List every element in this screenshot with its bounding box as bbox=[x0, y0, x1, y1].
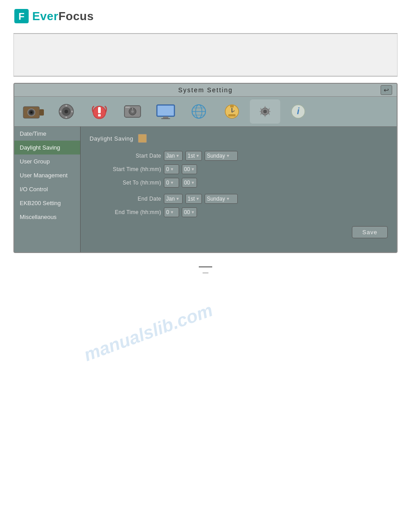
alarm-toolbar-icon[interactable] bbox=[84, 99, 115, 124]
start-date-month-value: Jan bbox=[166, 153, 175, 159]
end-date-month-dropdown[interactable]: Jan ▼ bbox=[164, 194, 183, 204]
svg-rect-16 bbox=[98, 114, 101, 116]
set-to-minute-arrow: ▼ bbox=[191, 180, 195, 185]
end-date-day-value: 1st bbox=[188, 196, 195, 202]
start-date-weekday-arrow: ▼ bbox=[226, 154, 230, 158]
sidebar-item-misc[interactable]: Miscellaneous bbox=[14, 210, 80, 224]
set-to-minute-value: 00 bbox=[184, 180, 190, 186]
system-setting-panel: System Setting ↩ i bbox=[13, 83, 398, 253]
svg-point-19 bbox=[131, 110, 134, 113]
start-date-day-dropdown[interactable]: 1st ▼ bbox=[185, 151, 202, 161]
start-time-hour-dropdown[interactable]: 0 ▼ bbox=[164, 164, 179, 174]
start-time-label: Start Time (hh:mm) bbox=[90, 166, 161, 172]
start-date-weekday-dropdown[interactable]: Sunday ▼ bbox=[205, 151, 238, 161]
start-time-hour-arrow: ▼ bbox=[170, 167, 174, 172]
start-time-minute-value: 00 bbox=[184, 166, 190, 172]
set-to-hour-value: 0 bbox=[166, 180, 169, 186]
svg-rect-3 bbox=[39, 109, 44, 116]
end-date-row: End Date Jan ▼ 1st ▼ Sunday ▼ bbox=[90, 194, 388, 204]
start-date-month-arrow: ▼ bbox=[176, 154, 180, 158]
banner-area bbox=[13, 34, 398, 76]
svg-rect-35 bbox=[228, 114, 235, 116]
start-time-minute-dropdown[interactable]: 00 ▼ bbox=[182, 164, 197, 174]
daylight-saving-label: Daylight Saving bbox=[90, 135, 133, 142]
svg-rect-23 bbox=[158, 106, 174, 116]
end-date-month-value: Jan bbox=[166, 196, 175, 202]
end-date-month-arrow: ▼ bbox=[176, 197, 180, 201]
end-time-row: End Time (hh:mm) 0 ▼ 00 ▼ bbox=[90, 207, 388, 217]
svg-text:i: i bbox=[297, 106, 300, 116]
start-date-label: Start Date bbox=[90, 153, 161, 159]
svg-point-13 bbox=[71, 111, 73, 112]
svg-rect-32 bbox=[230, 105, 234, 107]
sidebar: Date/Time Daylight Saving User Group Use… bbox=[14, 127, 81, 252]
logo-brand: Ever bbox=[32, 9, 58, 23]
start-date-section: Start Date Jan ▼ 1st ▼ Sunday ▼ St bbox=[90, 151, 388, 188]
set-to-hour-dropdown[interactable]: 0 ▼ bbox=[164, 178, 179, 188]
end-time-hour-value: 0 bbox=[166, 209, 169, 215]
monitor-toolbar-icon[interactable] bbox=[150, 99, 181, 124]
end-date-day-dropdown[interactable]: 1st ▼ bbox=[185, 194, 202, 204]
end-date-weekday-value: Sunday bbox=[207, 196, 225, 202]
icon-toolbar: i bbox=[14, 97, 397, 127]
start-time-minute-arrow: ▼ bbox=[191, 167, 195, 172]
set-to-row: Set To (hh:mm) 0 ▼ 00 ▼ bbox=[90, 178, 388, 188]
end-time-minute-arrow: ▼ bbox=[191, 210, 195, 215]
daylight-saving-toggle-row: Daylight Saving bbox=[90, 134, 388, 143]
svg-text:F: F bbox=[18, 11, 24, 22]
recording-toolbar-icon[interactable] bbox=[51, 99, 81, 124]
start-date-weekday-value: Sunday bbox=[207, 153, 225, 159]
back-button[interactable]: ↩ bbox=[381, 85, 392, 95]
clock-toolbar-icon[interactable] bbox=[217, 99, 247, 124]
camera-toolbar-icon[interactable] bbox=[18, 99, 48, 124]
save-button[interactable]: Save bbox=[352, 226, 388, 238]
content-area: Daylight Saving Start Date Jan ▼ 1st ▼ bbox=[81, 127, 397, 252]
end-time-hour-dropdown[interactable]: 0 ▼ bbox=[164, 207, 179, 217]
end-time-hour-arrow: ▼ bbox=[170, 210, 174, 215]
svg-point-12 bbox=[60, 111, 61, 112]
sidebar-item-usermgmt[interactable]: User Management bbox=[14, 168, 80, 182]
page-line bbox=[199, 266, 212, 267]
network-toolbar-icon[interactable] bbox=[184, 99, 214, 124]
sidebar-item-usergroup[interactable]: User Group bbox=[14, 154, 80, 168]
start-date-month-dropdown[interactable]: Jan ▼ bbox=[164, 151, 183, 161]
sidebar-item-datetime[interactable]: Date/Time bbox=[14, 127, 80, 141]
end-date-weekday-dropdown[interactable]: Sunday ▼ bbox=[205, 194, 238, 204]
end-date-day-arrow: ▼ bbox=[196, 197, 200, 201]
end-date-section: End Date Jan ▼ 1st ▼ Sunday ▼ End bbox=[90, 194, 388, 217]
svg-point-11 bbox=[65, 116, 67, 118]
sidebar-item-iocontrol[interactable]: I/O Control bbox=[14, 182, 80, 196]
start-time-hour-value: 0 bbox=[166, 166, 169, 172]
svg-point-37 bbox=[263, 110, 267, 113]
gear-toolbar-icon[interactable] bbox=[250, 99, 280, 124]
daylight-saving-checkbox[interactable] bbox=[138, 134, 147, 143]
logo-text: EverFocus bbox=[32, 9, 94, 23]
end-time-minute-dropdown[interactable]: 00 ▼ bbox=[182, 207, 197, 217]
sidebar-item-ekb200[interactable]: EKB200 Setting bbox=[14, 196, 80, 210]
hdd-toolbar-icon[interactable] bbox=[117, 99, 148, 124]
start-date-day-value: 1st bbox=[188, 153, 195, 159]
save-row: Save bbox=[90, 223, 388, 238]
title-bar: System Setting ↩ bbox=[14, 84, 397, 97]
sidebar-item-daylight[interactable]: Daylight Saving bbox=[14, 141, 80, 154]
set-to-minute-dropdown[interactable]: 00 ▼ bbox=[182, 178, 197, 188]
page-number: — bbox=[203, 269, 209, 276]
svg-point-6 bbox=[30, 112, 32, 113]
logo-icon: F bbox=[13, 8, 30, 24]
start-date-row: Start Date Jan ▼ 1st ▼ Sunday ▼ bbox=[90, 151, 388, 161]
end-time-minute-value: 00 bbox=[184, 209, 190, 215]
set-to-label: Set To (hh:mm) bbox=[90, 180, 161, 186]
svg-point-9 bbox=[64, 110, 68, 113]
svg-rect-25 bbox=[161, 118, 170, 119]
svg-rect-24 bbox=[163, 116, 168, 118]
info-toolbar-icon[interactable]: i bbox=[283, 99, 313, 124]
panel-title: System Setting bbox=[178, 86, 233, 94]
set-to-hour-arrow: ▼ bbox=[170, 180, 174, 185]
watermark: manualslib.com bbox=[81, 300, 215, 365]
svg-point-10 bbox=[65, 105, 67, 107]
bottom-divider bbox=[13, 76, 398, 77]
end-date-label: End Date bbox=[90, 196, 161, 202]
logo-area: F EverFocus bbox=[0, 0, 411, 29]
svg-rect-21 bbox=[125, 107, 130, 108]
svg-rect-15 bbox=[98, 107, 101, 113]
